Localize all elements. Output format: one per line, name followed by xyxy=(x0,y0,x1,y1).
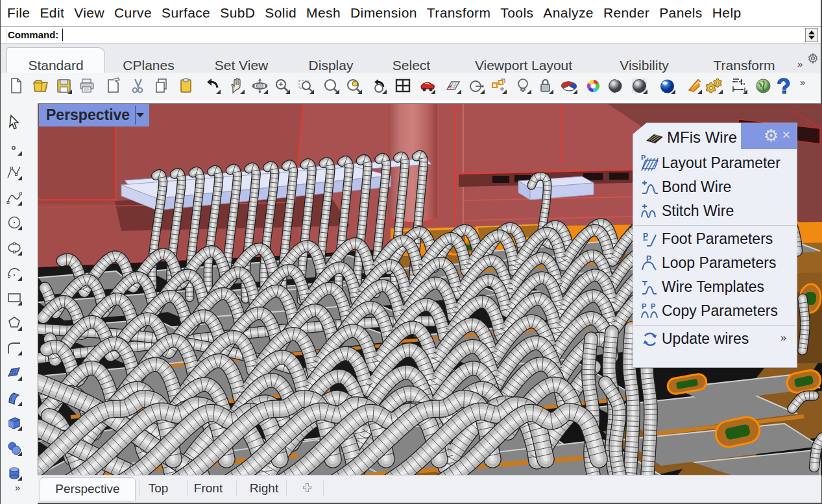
svg-text:P: P xyxy=(651,302,655,310)
svg-text:P: P xyxy=(643,232,648,241)
svg-text:P: P xyxy=(642,302,646,310)
